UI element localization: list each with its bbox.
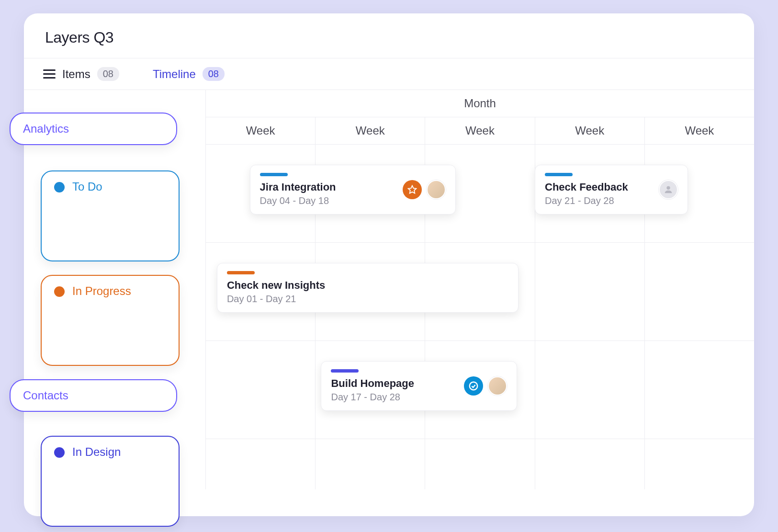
week-col: Week <box>645 117 754 144</box>
check-circle-icon <box>464 376 483 396</box>
sidebar-status-todo[interactable]: To Do <box>41 170 180 261</box>
task-date-range: Day 17 - Day 28 <box>331 392 456 403</box>
sidebar-status-in-progress[interactable]: In Progress <box>41 275 180 366</box>
timeline-row: Build HomepageDay 17 - Day 28 <box>206 341 754 439</box>
timeline-weeks-row: Week Week Week Week Week <box>206 117 754 144</box>
tab-timeline-count: 08 <box>203 67 225 81</box>
task-status-stripe <box>260 173 288 176</box>
task-date-range: Day 21 - Day 28 <box>545 195 651 206</box>
task-date-range: Day 04 - Day 18 <box>260 195 395 206</box>
avatar <box>427 180 446 199</box>
task-title: Build Homepage <box>331 377 456 390</box>
header: Layers Q3 <box>24 13 754 58</box>
task-card[interactable]: Jira IntegrationDay 04 - Day 18 <box>250 165 456 215</box>
star-icon <box>403 180 422 199</box>
timeline-area: Month Week Week Week Week Week Jira Inte… <box>206 90 754 489</box>
task-card[interactable]: Check FeedbackDay 21 - Day 28 <box>535 165 688 215</box>
avatar <box>488 376 507 396</box>
task-title: Jira Integration <box>260 181 395 193</box>
svg-point-2 <box>470 382 478 390</box>
tab-items[interactable]: Items 08 <box>43 67 119 81</box>
tab-timeline-label: Timeline <box>153 68 196 81</box>
task-card[interactable]: Check new InsightsDay 01 - Day 21 <box>217 263 519 313</box>
status-dot-icon <box>54 182 65 192</box>
task-title: Check new Insights <box>227 279 508 292</box>
week-col: Week <box>425 117 535 144</box>
hamburger-icon <box>43 69 56 79</box>
task-status-stripe <box>331 369 359 373</box>
status-dot-icon <box>54 286 65 297</box>
sidebar-status-in-design[interactable]: In Design <box>41 436 180 527</box>
sidebar-status-label: In Design <box>72 445 121 459</box>
sidebar-group-analytics[interactable]: Analytics <box>10 113 177 145</box>
sidebar-group-label: Analytics <box>23 122 69 135</box>
task-card[interactable]: Build HomepageDay 17 - Day 28 <box>321 361 517 411</box>
tab-items-count: 08 <box>97 67 119 81</box>
week-col: Week <box>535 117 645 144</box>
task-date-range: Day 01 - Day 21 <box>227 294 508 305</box>
week-col: Week <box>206 117 316 144</box>
timeline-body: Jira IntegrationDay 04 - Day 18Check Fee… <box>206 145 754 489</box>
sidebar-status-label: In Progress <box>72 284 131 298</box>
status-dot-icon <box>54 447 65 458</box>
tabs-row: Items 08 Timeline 08 <box>24 58 754 90</box>
timeline-header: Month Week Week Week Week Week <box>206 90 754 145</box>
svg-marker-0 <box>408 186 416 193</box>
task-status-stripe <box>545 173 573 176</box>
tab-items-label: Items <box>62 68 90 81</box>
task-title: Check Feedback <box>545 181 651 193</box>
grid-rows: Jira IntegrationDay 04 - Day 18Check Fee… <box>206 145 754 489</box>
tab-timeline[interactable]: Timeline 08 <box>153 67 225 81</box>
sidebar-status-label: To Do <box>72 180 102 193</box>
task-status-stripe <box>227 271 255 274</box>
timeline-row: Check new InsightsDay 01 - Day 21 <box>206 243 754 341</box>
sidebar-group-label: Contacts <box>23 389 68 402</box>
svg-point-1 <box>666 186 670 190</box>
avatar-placeholder-icon <box>659 180 678 199</box>
timeline-period: Month <box>206 90 754 117</box>
page-title: Layers Q3 <box>45 29 733 46</box>
timeline-row: Jira IntegrationDay 04 - Day 18Check Fee… <box>206 145 754 243</box>
sidebar-group-contacts[interactable]: Contacts <box>10 379 177 412</box>
week-col: Week <box>316 117 425 144</box>
